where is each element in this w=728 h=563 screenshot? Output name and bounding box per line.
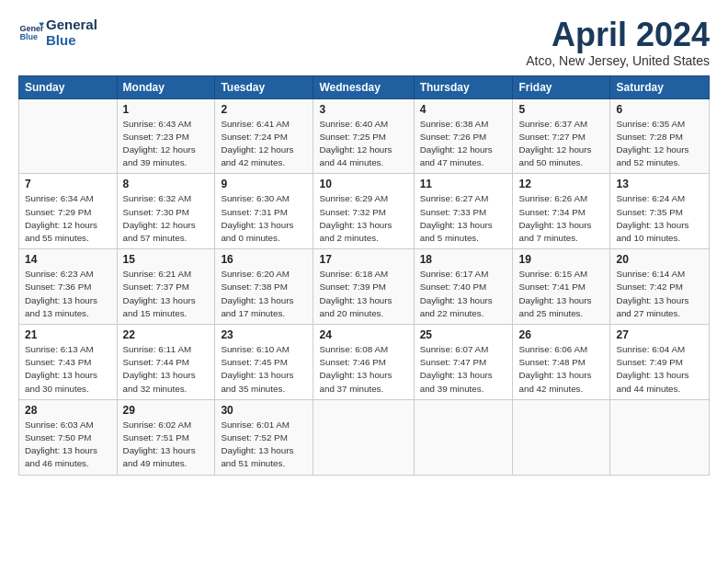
day-info: Sunrise: 6:29 AM Sunset: 7:32 PM Dayligh… — [319, 192, 407, 245]
day-number: 25 — [420, 328, 507, 341]
calendar-day-cell: 9Sunrise: 6:30 AM Sunset: 7:31 PM Daylig… — [215, 174, 313, 249]
calendar-day-cell: 18Sunrise: 6:17 AM Sunset: 7:40 PM Dayli… — [414, 249, 513, 325]
calendar-day-cell: 12Sunrise: 6:26 AM Sunset: 7:34 PM Dayli… — [513, 174, 610, 249]
calendar-day-cell: 21Sunrise: 6:13 AM Sunset: 7:43 PM Dayli… — [19, 325, 118, 400]
calendar-day-cell: 10Sunrise: 6:29 AM Sunset: 7:32 PM Dayli… — [313, 174, 414, 249]
calendar-day-cell: 19Sunrise: 6:15 AM Sunset: 7:41 PM Dayli… — [513, 249, 610, 325]
day-number: 9 — [221, 178, 307, 190]
calendar-day-cell — [313, 399, 414, 475]
day-number: 6 — [616, 103, 703, 116]
day-of-week-header: Sunday — [19, 75, 118, 98]
day-number: 2 — [221, 103, 307, 116]
calendar-day-cell: 4Sunrise: 6:38 AM Sunset: 7:26 PM Daylig… — [414, 98, 513, 174]
day-number: 1 — [123, 103, 210, 116]
calendar-week-row: 1Sunrise: 6:43 AM Sunset: 7:23 PM Daylig… — [19, 98, 710, 174]
day-number: 27 — [616, 328, 703, 341]
calendar-day-cell — [19, 98, 118, 174]
day-info: Sunrise: 6:15 AM Sunset: 7:41 PM Dayligh… — [518, 268, 604, 320]
day-of-week-header: Saturday — [610, 75, 710, 98]
day-number: 13 — [616, 178, 703, 190]
day-number: 23 — [221, 328, 307, 341]
day-number: 26 — [518, 328, 604, 341]
page-container: General Blue General Blue April 2024 Atc… — [0, 0, 728, 485]
day-info: Sunrise: 6:03 AM Sunset: 7:50 PM Dayligh… — [25, 419, 111, 471]
calendar-week-row: 28Sunrise: 6:03 AM Sunset: 7:50 PM Dayli… — [19, 399, 710, 475]
day-number: 20 — [616, 253, 703, 266]
day-info: Sunrise: 6:07 AM Sunset: 7:47 PM Dayligh… — [420, 343, 507, 396]
logo: General Blue General Blue — [18, 17, 97, 49]
day-number: 7 — [25, 178, 111, 190]
calendar-day-cell: 29Sunrise: 6:02 AM Sunset: 7:51 PM Dayli… — [117, 399, 215, 475]
day-info: Sunrise: 6:35 AM Sunset: 7:28 PM Dayligh… — [616, 118, 703, 170]
day-info: Sunrise: 6:40 AM Sunset: 7:25 PM Dayligh… — [319, 118, 407, 170]
day-of-week-header: Tuesday — [215, 75, 313, 98]
calendar-week-row: 21Sunrise: 6:13 AM Sunset: 7:43 PM Dayli… — [19, 325, 710, 400]
day-info: Sunrise: 6:06 AM Sunset: 7:48 PM Dayligh… — [518, 343, 604, 396]
day-info: Sunrise: 6:41 AM Sunset: 7:24 PM Dayligh… — [221, 118, 307, 170]
calendar-day-cell: 25Sunrise: 6:07 AM Sunset: 7:47 PM Dayli… — [414, 325, 513, 400]
calendar-day-cell: 17Sunrise: 6:18 AM Sunset: 7:39 PM Dayli… — [313, 249, 414, 325]
calendar-day-cell: 1Sunrise: 6:43 AM Sunset: 7:23 PM Daylig… — [117, 98, 215, 174]
title-block: April 2024 Atco, New Jersey, United Stat… — [526, 17, 710, 68]
day-info: Sunrise: 6:20 AM Sunset: 7:38 PM Dayligh… — [221, 268, 307, 320]
day-info: Sunrise: 6:30 AM Sunset: 7:31 PM Dayligh… — [221, 192, 307, 245]
calendar-week-row: 14Sunrise: 6:23 AM Sunset: 7:36 PM Dayli… — [19, 249, 710, 325]
calendar-day-cell — [513, 399, 610, 475]
day-number: 15 — [123, 253, 210, 266]
calendar-day-cell — [610, 399, 710, 475]
day-number: 18 — [420, 253, 507, 266]
calendar-day-cell: 16Sunrise: 6:20 AM Sunset: 7:38 PM Dayli… — [215, 249, 313, 325]
day-info: Sunrise: 6:17 AM Sunset: 7:40 PM Dayligh… — [420, 268, 507, 320]
day-number: 29 — [123, 404, 210, 417]
calendar-header-row: SundayMondayTuesdayWednesdayThursdayFrid… — [19, 75, 710, 98]
day-number: 17 — [319, 253, 407, 266]
calendar-day-cell: 11Sunrise: 6:27 AM Sunset: 7:33 PM Dayli… — [414, 174, 513, 249]
day-number: 21 — [25, 328, 111, 341]
day-number: 3 — [319, 103, 407, 116]
calendar-week-row: 7Sunrise: 6:34 AM Sunset: 7:29 PM Daylig… — [19, 174, 710, 249]
day-number: 8 — [123, 178, 210, 190]
day-info: Sunrise: 6:02 AM Sunset: 7:51 PM Dayligh… — [123, 419, 210, 471]
page-subtitle: Atco, New Jersey, United States — [526, 53, 710, 68]
day-number: 5 — [518, 103, 604, 116]
day-info: Sunrise: 6:21 AM Sunset: 7:37 PM Dayligh… — [123, 268, 210, 320]
day-info: Sunrise: 6:14 AM Sunset: 7:42 PM Dayligh… — [616, 268, 703, 320]
calendar-day-cell — [414, 399, 513, 475]
calendar-day-cell: 2Sunrise: 6:41 AM Sunset: 7:24 PM Daylig… — [215, 98, 313, 174]
day-info: Sunrise: 6:34 AM Sunset: 7:29 PM Dayligh… — [25, 192, 111, 245]
calendar-day-cell: 28Sunrise: 6:03 AM Sunset: 7:50 PM Dayli… — [19, 399, 118, 475]
calendar-day-cell: 15Sunrise: 6:21 AM Sunset: 7:37 PM Dayli… — [117, 249, 215, 325]
day-info: Sunrise: 6:23 AM Sunset: 7:36 PM Dayligh… — [25, 268, 111, 320]
day-info: Sunrise: 6:27 AM Sunset: 7:33 PM Dayligh… — [420, 192, 507, 245]
calendar-day-cell: 3Sunrise: 6:40 AM Sunset: 7:25 PM Daylig… — [313, 98, 414, 174]
day-of-week-header: Friday — [513, 75, 610, 98]
day-info: Sunrise: 6:08 AM Sunset: 7:46 PM Dayligh… — [319, 343, 407, 396]
day-info: Sunrise: 6:13 AM Sunset: 7:43 PM Dayligh… — [25, 343, 111, 396]
day-info: Sunrise: 6:10 AM Sunset: 7:45 PM Dayligh… — [221, 343, 307, 396]
day-info: Sunrise: 6:18 AM Sunset: 7:39 PM Dayligh… — [319, 268, 407, 320]
day-number: 10 — [319, 178, 407, 190]
day-info: Sunrise: 6:43 AM Sunset: 7:23 PM Dayligh… — [123, 118, 210, 170]
logo-icon: General Blue — [18, 19, 44, 45]
day-number: 19 — [518, 253, 604, 266]
day-number: 30 — [221, 404, 307, 417]
day-info: Sunrise: 6:37 AM Sunset: 7:27 PM Dayligh… — [518, 118, 604, 170]
calendar-day-cell: 30Sunrise: 6:01 AM Sunset: 7:52 PM Dayli… — [215, 399, 313, 475]
header: General Blue General Blue April 2024 Atc… — [18, 17, 710, 68]
day-number: 12 — [518, 178, 604, 190]
calendar-day-cell: 8Sunrise: 6:32 AM Sunset: 7:30 PM Daylig… — [117, 174, 215, 249]
day-info: Sunrise: 6:24 AM Sunset: 7:35 PM Dayligh… — [616, 192, 703, 245]
day-of-week-header: Wednesday — [313, 75, 414, 98]
svg-text:Blue: Blue — [19, 33, 38, 42]
calendar-day-cell: 22Sunrise: 6:11 AM Sunset: 7:44 PM Dayli… — [117, 325, 215, 400]
day-number: 16 — [221, 253, 307, 266]
logo-text-blue: Blue — [46, 32, 97, 48]
calendar-day-cell: 6Sunrise: 6:35 AM Sunset: 7:28 PM Daylig… — [610, 98, 710, 174]
day-number: 24 — [319, 328, 407, 341]
calendar-table: SundayMondayTuesdayWednesdayThursdayFrid… — [18, 75, 710, 476]
calendar-day-cell: 27Sunrise: 6:04 AM Sunset: 7:49 PM Dayli… — [610, 325, 710, 400]
day-info: Sunrise: 6:01 AM Sunset: 7:52 PM Dayligh… — [221, 419, 307, 471]
day-info: Sunrise: 6:32 AM Sunset: 7:30 PM Dayligh… — [123, 192, 210, 245]
day-of-week-header: Thursday — [414, 75, 513, 98]
calendar-day-cell: 13Sunrise: 6:24 AM Sunset: 7:35 PM Dayli… — [610, 174, 710, 249]
